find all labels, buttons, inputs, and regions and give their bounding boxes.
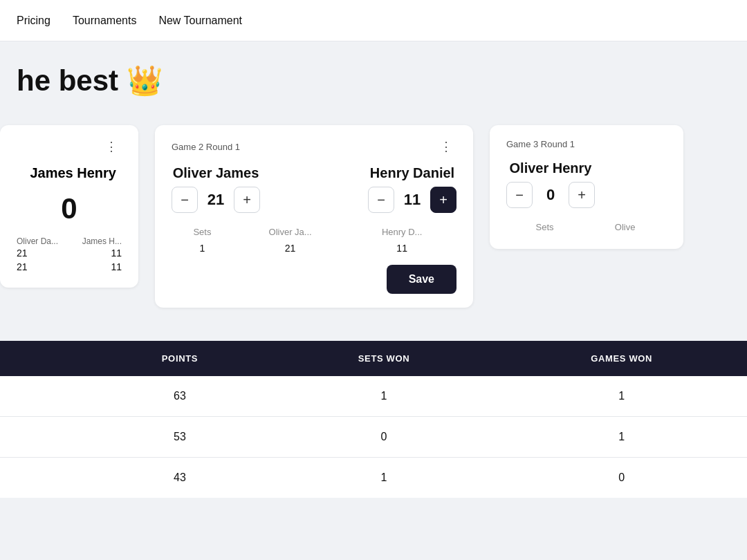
card2-player2-score-control: − 11 + xyxy=(368,187,456,213)
card2-p1-col-header: Oliver Ja... xyxy=(233,224,347,240)
partial-set1-p1: 21 xyxy=(17,248,28,259)
card2-set1-label: 1 xyxy=(172,240,233,256)
nav-pricing[interactable]: Pricing xyxy=(17,15,50,27)
nav-tournaments[interactable]: Tournaments xyxy=(73,15,137,27)
standings-row-3: 43 1 0 xyxy=(0,458,747,498)
cards-row: ⋮ James Henry 0 Oliver Da... James H... … xyxy=(0,114,747,324)
card2-player1-block: Oliver James − 21 + xyxy=(172,165,260,213)
card-partial-score: 0 xyxy=(17,192,122,225)
standings-col-points: POINTS xyxy=(88,341,272,376)
standings-header-row: POINTS SETS WON GAMES WON xyxy=(0,341,747,376)
standings-row3-name xyxy=(0,458,88,498)
hero-section: he best 👑 xyxy=(0,41,747,114)
card2-p2-col-header: Henry D... xyxy=(347,224,456,240)
card3-score-control: − 0 + xyxy=(506,182,595,208)
card2-title: Game 2 Round 1 xyxy=(172,142,240,152)
card2-sets-col-header: Sets xyxy=(172,224,233,240)
card2-header: Game 2 Round 1 ⋮ xyxy=(172,139,456,154)
card2-more-button[interactable]: ⋮ xyxy=(436,139,456,154)
navbar: Pricing Tournaments New Tournament xyxy=(0,0,747,41)
card3-players-row: Oliver Henry − 0 + xyxy=(506,160,667,208)
card3-p1-label: Olive xyxy=(583,219,667,235)
card-partial-player-name: James Henry xyxy=(17,165,122,181)
card2-player1-score: 21 xyxy=(203,191,228,209)
card-partial-names: Oliver Da... James H... xyxy=(17,236,122,246)
card3-title: Game 3 Round 1 xyxy=(506,139,575,149)
partial-set1-p2: 11 xyxy=(111,248,122,259)
card3-player1-name: Oliver Henry xyxy=(510,160,592,176)
standings-col-games-won: GAMES WON xyxy=(496,341,747,376)
standings-row3-sets: 1 xyxy=(272,458,497,498)
card2-players-row: Oliver James − 21 + Henry Daniel − 11 + xyxy=(172,165,456,213)
game-card-3: Game 3 Round 1 Oliver Henry − 0 + Sets O… xyxy=(490,125,683,249)
card3-increment[interactable]: + xyxy=(569,182,595,208)
card2-player2-score: 11 xyxy=(400,191,425,209)
nav-new-tournament[interactable]: New Tournament xyxy=(158,15,242,27)
standings-row2-games: 1 xyxy=(496,417,747,458)
card2-set1-p2: 11 xyxy=(347,240,456,256)
partial-set2-p1: 21 xyxy=(17,261,28,272)
card2-player2-decrement[interactable]: − xyxy=(368,187,394,213)
standings-row-1: 63 1 1 xyxy=(0,376,747,417)
standings-section: POINTS SETS WON GAMES WON 63 1 1 53 0 1 … xyxy=(0,324,747,498)
card3-score: 0 xyxy=(538,186,563,204)
player-james-henry: James Henry xyxy=(30,165,116,180)
standings-table: POINTS SETS WON GAMES WON 63 1 1 53 0 1 … xyxy=(0,341,747,498)
partial-set2-p2: 11 xyxy=(111,261,122,272)
standings-row1-sets: 1 xyxy=(272,376,497,417)
standings-row1-games: 1 xyxy=(496,376,747,417)
card-partial-header: ⋮ xyxy=(17,139,122,154)
standings-row2-name xyxy=(0,417,88,458)
card-partial-set-1: 21 11 xyxy=(17,246,122,260)
standings-col-sets-won: SETS WON xyxy=(272,341,497,376)
card2-sets-table: Sets Oliver Ja... Henry D... 1 21 11 xyxy=(172,224,456,256)
hero-heading: he best 👑 xyxy=(17,64,730,97)
standings-col-name xyxy=(0,341,88,376)
card3-player1-block: Oliver Henry − 0 + xyxy=(506,160,595,208)
standings-row1-name xyxy=(0,376,88,417)
card-partial-set-2: 21 11 xyxy=(17,260,122,274)
card2-save-row: Save xyxy=(172,256,456,294)
card3-decrement[interactable]: − xyxy=(506,182,533,208)
card2-set1-p1: 21 xyxy=(233,240,347,256)
card3-header: Game 3 Round 1 xyxy=(506,139,667,149)
card3-sets-table: Sets Olive xyxy=(506,219,667,235)
standings-row1-points: 63 xyxy=(88,376,272,417)
card-partial-more-button[interactable]: ⋮ xyxy=(101,139,122,154)
card3-sets-label: Sets xyxy=(506,219,583,235)
standings-row-2: 53 0 1 xyxy=(0,417,747,458)
card2-player2-increment[interactable]: + xyxy=(430,187,456,213)
partial-name-2: James H... xyxy=(82,236,122,246)
game-card-2: Game 2 Round 1 ⋮ Oliver James − 21 + Hen… xyxy=(155,125,473,308)
game-card-partial: ⋮ James Henry 0 Oliver Da... James H... … xyxy=(0,125,138,288)
card2-player1-increment[interactable]: + xyxy=(234,187,260,213)
card2-set-row-1: 1 21 11 xyxy=(172,240,456,256)
card2-player2-name: Henry Daniel xyxy=(370,165,454,181)
card2-player1-decrement[interactable]: − xyxy=(172,187,198,213)
card2-save-button[interactable]: Save xyxy=(387,265,456,294)
card2-player2-block: Henry Daniel − 11 + xyxy=(368,165,456,213)
card2-player1-name: Oliver James xyxy=(173,165,259,181)
card2-player1-score-control: − 21 + xyxy=(172,187,260,213)
standings-row3-games: 0 xyxy=(496,458,747,498)
standings-row2-sets: 0 xyxy=(272,417,497,458)
standings-row3-points: 43 xyxy=(88,458,272,498)
partial-name-1: Oliver Da... xyxy=(17,236,58,246)
standings-row2-points: 53 xyxy=(88,417,272,458)
